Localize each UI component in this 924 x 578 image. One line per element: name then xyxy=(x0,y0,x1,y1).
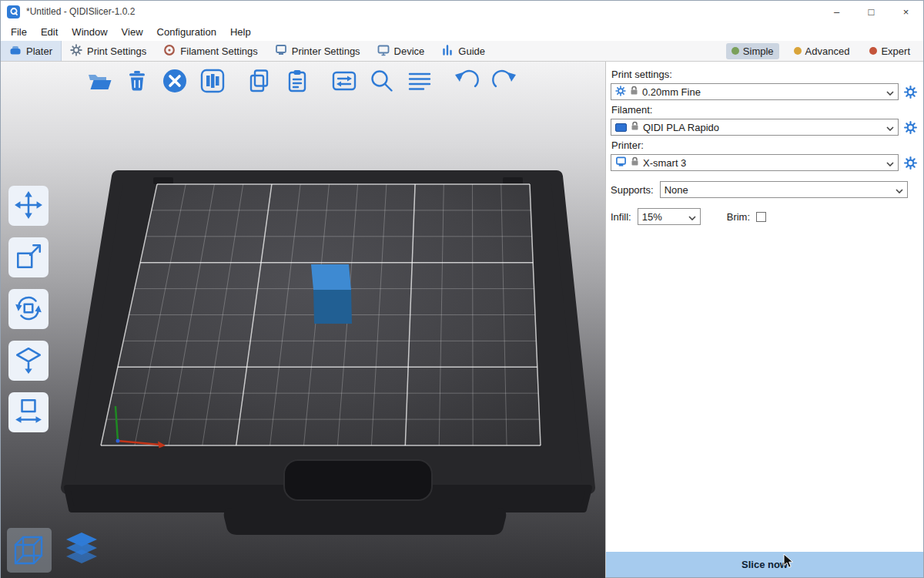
edit-printer-button[interactable] xyxy=(903,156,917,170)
menu-help[interactable]: Help xyxy=(223,24,258,40)
place-on-face-tool-button[interactable] xyxy=(8,341,49,381)
mode-switcher: Simple Advanced Expert xyxy=(726,41,923,61)
mode-simple[interactable]: Simple xyxy=(726,43,779,59)
menu-view[interactable]: View xyxy=(115,24,150,40)
mode-label: Advanced xyxy=(805,45,850,57)
infill-label: Infill: xyxy=(611,211,631,223)
model-cube[interactable] xyxy=(311,264,352,324)
editor-3d-view-button[interactable] xyxy=(7,528,52,573)
arrange-button[interactable] xyxy=(197,66,228,97)
printer-combo[interactable]: X-smart 3 xyxy=(611,154,899,171)
undo-arrow-icon xyxy=(453,67,480,97)
filament-label: Filament: xyxy=(611,104,917,116)
3d-viewport-canvas[interactable] xyxy=(1,62,605,578)
edit-filament-button[interactable] xyxy=(903,120,917,134)
mirror-arrows-icon xyxy=(331,68,357,96)
move-tool-button[interactable] xyxy=(8,186,49,226)
close-button[interactable]: × xyxy=(889,1,923,22)
search-button[interactable] xyxy=(367,66,397,97)
preview-layers-button[interactable] xyxy=(59,528,104,573)
expert-mode-dot-icon xyxy=(869,47,877,55)
supports-label: Supports: xyxy=(611,184,654,196)
plater-icon xyxy=(9,44,22,59)
copy-icon xyxy=(246,68,273,96)
tab-plater[interactable]: Plater xyxy=(1,41,62,61)
paste-button[interactable] xyxy=(282,66,313,97)
redo-arrow-icon xyxy=(490,67,518,97)
tab-print-settings[interactable]: Print Settings xyxy=(62,41,155,61)
supports-combo[interactable]: None xyxy=(660,181,908,198)
maximize-button[interactable]: □ xyxy=(854,1,889,22)
scale-tool-button[interactable] xyxy=(8,237,49,277)
undo-button[interactable] xyxy=(451,66,482,97)
tab-bar: Plater Print Settings Filament Settings … xyxy=(1,41,923,62)
paste-clipboard-icon xyxy=(284,68,310,96)
chevron-down-icon xyxy=(688,211,696,223)
brim-checkbox[interactable] xyxy=(756,212,766,222)
menu-window[interactable]: Window xyxy=(65,24,114,40)
3d-scene xyxy=(1,62,605,578)
menu-file[interactable]: File xyxy=(4,24,34,40)
supports-value: None xyxy=(665,184,688,196)
print-settings-combo[interactable]: 0.20mm Fine xyxy=(611,83,899,100)
mode-expert[interactable]: Expert xyxy=(864,43,916,59)
arrange-grid-icon xyxy=(199,68,226,96)
copy-button[interactable] xyxy=(244,66,275,97)
search-icon xyxy=(368,67,396,97)
redo-button[interactable] xyxy=(489,66,520,97)
edit-print-settings-button[interactable] xyxy=(903,85,917,99)
print-settings-label: Print settings: xyxy=(611,69,917,80)
chevron-down-icon xyxy=(886,122,894,133)
simple-mode-dot-icon xyxy=(732,47,739,55)
wireframe-cube-icon xyxy=(11,531,48,570)
slice-now-button[interactable]: Slice now xyxy=(606,552,923,577)
infill-value: 15% xyxy=(642,211,662,223)
gear-icon xyxy=(615,86,626,99)
tab-label: Plater xyxy=(26,45,52,57)
window-title: *Untitled - QIDISlicer-1.0.2 xyxy=(26,6,135,17)
printer-icon xyxy=(615,156,627,170)
delete-button[interactable] xyxy=(122,66,152,97)
viewport-toolbar xyxy=(84,66,520,97)
rotate-tool-button[interactable] xyxy=(8,289,49,329)
menu-bar: File Edit Window View Configuration Help xyxy=(1,22,923,41)
tab-device[interactable]: Device xyxy=(369,41,434,61)
filament-color-swatch xyxy=(615,123,627,132)
place-on-face-icon xyxy=(14,345,43,377)
menu-configuration[interactable]: Configuration xyxy=(150,24,223,40)
delete-all-circle-x-icon xyxy=(161,67,189,97)
layers-lines-icon xyxy=(407,68,433,96)
open-file-button[interactable] xyxy=(84,66,115,97)
tab-guide[interactable]: Guide xyxy=(433,41,494,61)
menu-edit[interactable]: Edit xyxy=(34,24,65,40)
rotate-icon xyxy=(14,294,43,325)
window-controls: – □ × xyxy=(819,1,923,22)
tab-label: Guide xyxy=(458,45,485,57)
device-monitor-icon xyxy=(377,44,390,59)
layers-editing-button[interactable] xyxy=(404,66,435,97)
mirror-button[interactable] xyxy=(329,66,360,97)
object-manipulation-toolbar xyxy=(8,186,49,432)
mode-advanced[interactable]: Advanced xyxy=(788,43,855,59)
advanced-mode-dot-icon xyxy=(794,47,802,55)
printer-bed xyxy=(67,176,589,535)
printer-label: Printer: xyxy=(611,139,917,151)
delete-all-button[interactable] xyxy=(159,66,190,97)
mode-label: Expert xyxy=(881,45,910,57)
main-area: Print settings: 0.20mm Fine Filament: QI… xyxy=(1,62,923,577)
brim-label: Brim: xyxy=(727,211,750,223)
app-window: *Untitled - QIDISlicer-1.0.2 – □ × File … xyxy=(0,0,924,578)
sliced-layers-icon xyxy=(63,531,100,570)
move-arrows-icon xyxy=(14,190,43,222)
filament-combo[interactable]: QIDI PLA Rapido xyxy=(611,119,899,136)
printer-value: X-smart 3 xyxy=(643,157,686,169)
measure-tool-button[interactable] xyxy=(8,392,49,432)
title-bar: *Untitled - QIDISlicer-1.0.2 – □ × xyxy=(1,1,923,22)
tab-label: Printer Settings xyxy=(292,45,360,57)
minimize-button[interactable]: – xyxy=(819,1,854,22)
guide-bars-icon xyxy=(441,44,454,59)
infill-combo[interactable]: 15% xyxy=(638,208,701,225)
tab-filament-settings[interactable]: Filament Settings xyxy=(155,41,266,61)
tab-printer-settings[interactable]: Printer Settings xyxy=(266,41,369,61)
lock-icon xyxy=(630,86,638,98)
